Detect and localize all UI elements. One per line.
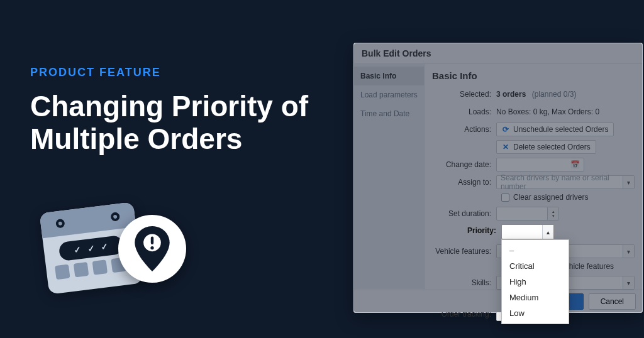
button-label: Unschedule selected Orders bbox=[513, 125, 608, 134]
chevron-up-icon[interactable]: ▴ bbox=[542, 225, 553, 239]
sidebar-item-label: Basic Info bbox=[360, 72, 396, 80]
clear-assigned-label: Clear assigned drivers bbox=[513, 193, 588, 202]
svg-rect-1 bbox=[151, 237, 153, 244]
window-title: Bulk Edit Orders bbox=[354, 43, 642, 64]
priority-option-low[interactable]: Low bbox=[502, 305, 569, 321]
set-duration-stepper[interactable]: ▴▾ bbox=[496, 207, 559, 221]
sidebar-item-basic-info[interactable]: Basic Info bbox=[354, 67, 424, 85]
skills-label: Skills: bbox=[432, 278, 496, 287]
calendar-field-icon: 📅 bbox=[570, 160, 580, 169]
set-duration-label: Set duration: bbox=[432, 209, 496, 218]
priority-option-medium[interactable]: Medium bbox=[502, 290, 569, 305]
main-panel: Basic Info Selected: 3 orders (planned 0… bbox=[425, 64, 642, 289]
sidebar-item-load-parameters[interactable]: Load parameters bbox=[354, 85, 424, 104]
chevron-down-icon[interactable]: ▾ bbox=[623, 176, 634, 188]
button-label: Delete selected Orders bbox=[513, 143, 591, 151]
svg-point-2 bbox=[150, 246, 153, 249]
chevron-down-icon[interactable]: ▾ bbox=[623, 245, 634, 258]
assign-to-label: Assign to: bbox=[432, 178, 496, 187]
hero-copy: PRODUCT FEATURE Changing Priority of Mul… bbox=[30, 66, 332, 155]
selected-planned: (planned 0/3) bbox=[532, 90, 577, 99]
bulk-edit-window: Bulk Edit Orders Basic Info Load paramet… bbox=[353, 43, 643, 313]
delete-button[interactable]: ✕ Delete selected Orders bbox=[496, 140, 596, 154]
section-heading: Basic Info bbox=[432, 70, 635, 81]
sidebar-item-label: Time and Date bbox=[360, 109, 409, 118]
assign-to-field[interactable]: Search drivers by name or serial number … bbox=[496, 175, 635, 189]
change-date-field[interactable]: 📅 bbox=[496, 158, 584, 172]
change-date-label: Change date: bbox=[432, 160, 496, 169]
loads-value: No Boxes: 0 kg, Max Orders: 0 bbox=[496, 107, 599, 116]
sidebar-item-label: Load parameters bbox=[360, 90, 418, 99]
selected-label: Selected: bbox=[432, 90, 496, 99]
close-icon: ✕ bbox=[502, 143, 509, 151]
cancel-button[interactable]: Cancel bbox=[589, 293, 636, 310]
selected-value: 3 orders bbox=[496, 90, 526, 99]
clear-assigned-checkbox[interactable] bbox=[501, 194, 509, 202]
actions-label: Actions: bbox=[432, 125, 496, 134]
vehicle-features-label: Vehicle features: bbox=[432, 247, 496, 256]
priority-label: Priority: bbox=[467, 226, 496, 235]
stepper-buttons[interactable]: ▴▾ bbox=[547, 207, 558, 220]
priority-option-critical[interactable]: Critical bbox=[502, 258, 569, 274]
loads-label: Loads: bbox=[432, 107, 496, 116]
priority-select[interactable]: ▴ bbox=[501, 224, 554, 239]
unschedule-button[interactable]: ⟳ Unschedule selected Orders bbox=[496, 123, 614, 136]
sidebar: Basic Info Load parameters Time and Date bbox=[354, 64, 425, 289]
sidebar-item-time-and-date[interactable]: Time and Date bbox=[354, 104, 424, 123]
priority-option-none[interactable]: – bbox=[502, 243, 569, 258]
assign-to-placeholder: Search drivers by name or serial number bbox=[501, 173, 630, 191]
window-footer: Save Cancel bbox=[354, 290, 642, 312]
pin-alert-icon bbox=[118, 215, 186, 283]
priority-dropdown-menu: – Critical High Medium Low bbox=[501, 239, 569, 324]
priority-option-high[interactable]: High bbox=[502, 274, 569, 290]
hero-headline: Changing Priority of Multiple Orders bbox=[30, 90, 332, 155]
hero-eyebrow: PRODUCT FEATURE bbox=[30, 66, 332, 79]
refresh-icon: ⟳ bbox=[502, 126, 509, 133]
chevron-down-icon[interactable]: ▾ bbox=[623, 276, 634, 289]
